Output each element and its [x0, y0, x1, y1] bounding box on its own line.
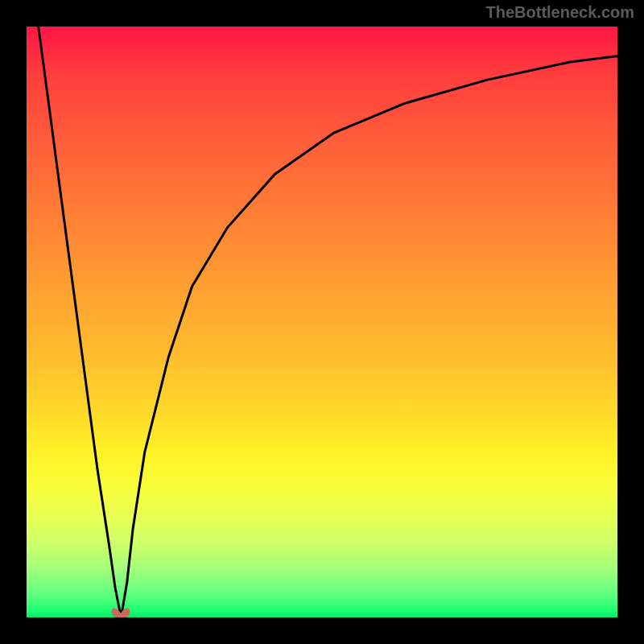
- heart-marker: [109, 606, 132, 617]
- curve-path: [39, 27, 617, 617]
- watermark-text: TheBottleneck.com: [486, 3, 634, 22]
- bottleneck-curve: [27, 27, 617, 617]
- plot-area: [27, 27, 617, 617]
- chart-frame: TheBottleneck.com: [0, 0, 644, 644]
